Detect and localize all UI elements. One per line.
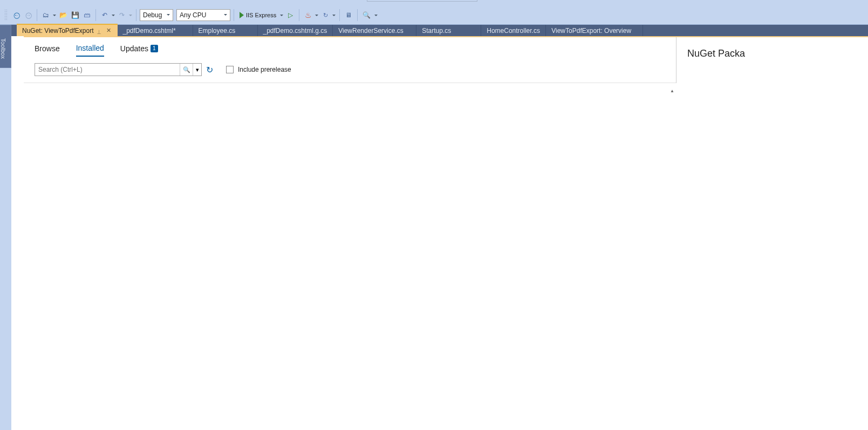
document-tab[interactable]: ViewToPdfExport: Overview bbox=[546, 25, 643, 36]
document-tab[interactable]: Startup.cs bbox=[416, 25, 481, 36]
toolbar-overflow[interactable] bbox=[374, 9, 378, 21]
tab-label: Startup.cs bbox=[422, 27, 451, 35]
save-all-button[interactable]: 🗃 bbox=[81, 9, 92, 21]
document-tab[interactable]: Employee.cs bbox=[193, 25, 258, 36]
document-tab[interactable]: NuGet: ViewToPdfExport⟂✕ bbox=[17, 25, 118, 36]
tab-label: ViewRenderService.cs bbox=[338, 27, 404, 35]
tab-label: NuGet: ViewToPdfExport bbox=[22, 27, 94, 35]
menubar-partial: FileEditViewGitProjectBuildDebugTestAnal… bbox=[0, 0, 868, 6]
new-project-dropdown[interactable] bbox=[52, 9, 57, 21]
undo-button[interactable]: ↶ bbox=[99, 9, 110, 21]
open-file-button[interactable]: 📂 bbox=[58, 9, 69, 21]
play-icon bbox=[240, 12, 244, 18]
refresh-dropdown[interactable] bbox=[332, 9, 336, 21]
refresh-button[interactable]: ↻ bbox=[320, 9, 331, 21]
start-debug-dropdown[interactable] bbox=[279, 9, 284, 21]
pin-icon[interactable]: ⟂ bbox=[97, 28, 102, 33]
redo-button[interactable]: ↷ bbox=[117, 9, 127, 21]
browser-link-button[interactable]: 🖥 bbox=[343, 9, 354, 21]
tab-label: ViewToPdfExport: Overview bbox=[551, 27, 631, 35]
fire-icon: ♨ bbox=[305, 11, 312, 19]
nav-forward-button[interactable]: ◯→ bbox=[23, 9, 33, 21]
close-icon[interactable]: ✕ bbox=[106, 28, 112, 34]
save-button[interactable]: 💾 bbox=[70, 9, 80, 21]
hot-reload-button[interactable]: ♨ bbox=[303, 9, 313, 21]
tab-label: _pdfDemo.cshtml* bbox=[123, 27, 176, 35]
tab-label: Employee.cs bbox=[199, 27, 236, 35]
document-tabstrip: NuGet: ViewToPdfExport⟂✕_pdfDemo.cshtml*… bbox=[0, 25, 868, 36]
platform-combo[interactable]: Any CPU bbox=[176, 9, 230, 21]
new-project-button[interactable]: 🗂 bbox=[40, 9, 51, 21]
find-in-files-button[interactable]: 🔍 bbox=[361, 9, 372, 21]
document-tab[interactable]: ViewRenderService.cs bbox=[333, 25, 416, 36]
document-tab[interactable]: _pdfDemo.cshtml* bbox=[118, 25, 193, 36]
tab-label: HomeController.cs bbox=[487, 27, 540, 35]
config-combo[interactable]: Debug bbox=[140, 9, 173, 21]
start-without-debug-button[interactable]: ▷ bbox=[285, 9, 296, 21]
tab-label: _pdfDemo.cshtml.g.cs bbox=[263, 27, 327, 35]
document-tab[interactable]: HomeController.cs bbox=[481, 25, 546, 36]
main-toolbar: ◯← ◯→ 🗂 📂 💾 🗃 ↶ ↷ Debug Any CPU IIS Expr… bbox=[0, 6, 868, 25]
undo-dropdown[interactable] bbox=[111, 9, 115, 21]
hot-reload-dropdown[interactable] bbox=[315, 9, 319, 21]
start-debug-button[interactable]: IIS Express bbox=[237, 9, 278, 21]
global-search-partial bbox=[367, 0, 477, 2]
nav-back-button[interactable]: ◯← bbox=[11, 9, 22, 21]
toolbar-grip[interactable] bbox=[4, 9, 8, 21]
redo-dropdown[interactable] bbox=[128, 9, 133, 21]
document-tab[interactable]: _pdfDemo.cshtml.g.cs bbox=[258, 25, 333, 36]
toolbox-panel-tab[interactable]: Toolbox bbox=[0, 25, 11, 36]
